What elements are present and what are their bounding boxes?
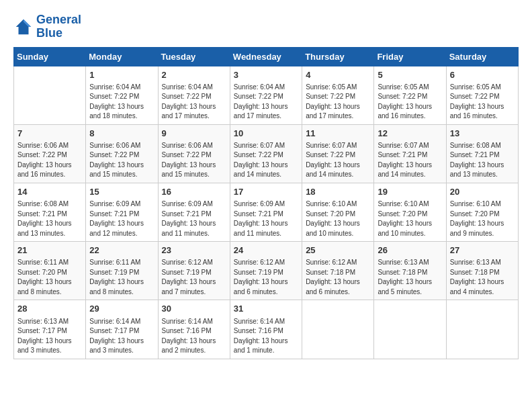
cell-content: Sunrise: 6:06 AMSunset: 7:22 PMDaylight:…: [162, 141, 226, 180]
sunrise-text: Sunrise: 6:13 AM: [378, 258, 442, 268]
daylight-text: Daylight: 13 hours and 16 minutes.: [450, 102, 515, 122]
sunset-text: Sunset: 7:19 PM: [234, 268, 298, 278]
sunset-text: Sunset: 7:17 PM: [89, 326, 154, 336]
cell-content: Sunrise: 6:09 AMSunset: 7:21 PMDaylight:…: [162, 199, 226, 238]
calendar-cell: 24Sunrise: 6:12 AMSunset: 7:19 PMDayligh…: [230, 242, 302, 300]
daylight-text: Daylight: 13 hours and 11 minutes.: [234, 219, 298, 238]
day-number: 14: [17, 186, 82, 198]
calendar-cell: [446, 300, 518, 359]
sunset-text: Sunset: 7:20 PM: [306, 210, 370, 220]
sunset-text: Sunset: 7:16 PM: [234, 326, 298, 336]
calendar-cell: 18Sunrise: 6:10 AMSunset: 7:20 PMDayligh…: [302, 183, 374, 241]
daylight-text: Daylight: 13 hours and 13 minutes.: [17, 219, 82, 238]
calendar-cell: 12Sunrise: 6:07 AMSunset: 7:21 PMDayligh…: [374, 124, 446, 183]
calendar-week-5: 28Sunrise: 6:13 AMSunset: 7:17 PMDayligh…: [14, 300, 519, 359]
day-number: 30: [162, 303, 226, 315]
cell-content: Sunrise: 6:06 AMSunset: 7:22 PMDaylight:…: [89, 141, 154, 180]
daylight-text: Daylight: 13 hours and 9 minutes.: [450, 219, 515, 238]
sunrise-text: Sunrise: 6:09 AM: [89, 199, 154, 210]
sunset-text: Sunset: 7:21 PM: [162, 210, 226, 220]
daylight-text: Daylight: 13 hours and 6 minutes.: [234, 277, 298, 297]
sunset-text: Sunset: 7:22 PM: [17, 150, 82, 161]
calendar-cell: 20Sunrise: 6:10 AMSunset: 7:20 PMDayligh…: [446, 183, 518, 241]
sunset-text: Sunset: 7:22 PM: [162, 150, 226, 161]
sunset-text: Sunset: 7:20 PM: [17, 268, 82, 278]
day-number: 19: [378, 186, 442, 198]
daylight-text: Daylight: 13 hours and 4 minutes.: [450, 277, 515, 297]
cell-content: Sunrise: 6:14 AMSunset: 7:17 PMDaylight:…: [89, 317, 154, 356]
cell-content: Sunrise: 6:04 AMSunset: 7:22 PMDaylight:…: [234, 83, 298, 122]
day-number: 11: [306, 128, 370, 140]
day-number: 6: [450, 69, 515, 81]
day-number: 9: [162, 128, 226, 140]
calendar-cell: 28Sunrise: 6:13 AMSunset: 7:17 PMDayligh…: [14, 300, 86, 359]
daylight-text: Daylight: 13 hours and 6 minutes.: [306, 277, 370, 297]
cell-content: Sunrise: 6:11 AMSunset: 7:20 PMDaylight:…: [17, 258, 82, 297]
day-number: 24: [234, 244, 298, 257]
calendar-cell: 30Sunrise: 6:14 AMSunset: 7:16 PMDayligh…: [158, 300, 230, 359]
day-number: 23: [162, 244, 226, 257]
daylight-text: Daylight: 13 hours and 8 minutes.: [89, 277, 154, 297]
day-number: 28: [17, 303, 82, 315]
day-number: 8: [89, 128, 154, 140]
cell-content: Sunrise: 6:09 AMSunset: 7:21 PMDaylight:…: [89, 199, 154, 238]
day-number: 13: [450, 128, 515, 140]
daylight-text: Daylight: 13 hours and 8 minutes.: [17, 277, 82, 297]
daylight-text: Daylight: 13 hours and 12 minutes.: [89, 219, 154, 238]
day-number: 17: [234, 186, 298, 198]
logo: General Blue: [13, 13, 81, 40]
calendar-cell: 19Sunrise: 6:10 AMSunset: 7:20 PMDayligh…: [374, 183, 446, 241]
sunrise-text: Sunrise: 6:09 AM: [162, 199, 226, 210]
daylight-text: Daylight: 13 hours and 13 minutes.: [450, 161, 515, 180]
daylight-text: Daylight: 13 hours and 1 minute.: [234, 336, 298, 356]
sunset-text: Sunset: 7:22 PM: [234, 92, 298, 102]
sunrise-text: Sunrise: 6:12 AM: [306, 258, 370, 268]
sunrise-text: Sunrise: 6:10 AM: [450, 199, 515, 210]
day-number: 7: [17, 128, 82, 140]
calendar-cell: 16Sunrise: 6:09 AMSunset: 7:21 PMDayligh…: [158, 183, 230, 241]
sunrise-text: Sunrise: 6:14 AM: [89, 317, 154, 327]
daylight-text: Daylight: 13 hours and 15 minutes.: [162, 161, 226, 180]
sunrise-text: Sunrise: 6:04 AM: [89, 83, 154, 93]
column-header-saturday: Saturday: [446, 47, 518, 66]
column-header-friday: Friday: [374, 47, 446, 66]
calendar-cell: [302, 300, 374, 359]
day-number: 4: [306, 69, 370, 81]
sunset-text: Sunset: 7:22 PM: [306, 92, 370, 102]
calendar-cell: 22Sunrise: 6:11 AMSunset: 7:19 PMDayligh…: [86, 242, 158, 300]
day-number: 22: [89, 244, 154, 257]
logo-text: General Blue: [36, 13, 81, 40]
daylight-text: Daylight: 13 hours and 17 minutes.: [234, 102, 298, 122]
logo-icon: [13, 17, 34, 37]
daylight-text: Daylight: 13 hours and 16 minutes.: [378, 102, 442, 122]
day-number: 1: [89, 69, 154, 81]
column-header-wednesday: Wednesday: [230, 47, 302, 66]
cell-content: Sunrise: 6:04 AMSunset: 7:22 PMDaylight:…: [162, 83, 226, 122]
calendar-cell: 25Sunrise: 6:12 AMSunset: 7:18 PMDayligh…: [302, 242, 374, 300]
day-number: 21: [17, 244, 82, 257]
calendar-cell: [14, 66, 86, 124]
calendar-cell: 1Sunrise: 6:04 AMSunset: 7:22 PMDaylight…: [86, 66, 158, 124]
sunset-text: Sunset: 7:19 PM: [89, 268, 154, 278]
daylight-text: Daylight: 13 hours and 3 minutes.: [89, 336, 154, 356]
sunset-text: Sunset: 7:18 PM: [378, 268, 442, 278]
day-number: 15: [89, 186, 154, 198]
sunrise-text: Sunrise: 6:07 AM: [306, 141, 370, 151]
sunrise-text: Sunrise: 6:14 AM: [162, 317, 226, 327]
daylight-text: Daylight: 13 hours and 17 minutes.: [306, 102, 370, 122]
cell-content: Sunrise: 6:10 AMSunset: 7:20 PMDaylight:…: [378, 199, 442, 238]
cell-content: Sunrise: 6:14 AMSunset: 7:16 PMDaylight:…: [234, 317, 298, 356]
sunrise-text: Sunrise: 6:06 AM: [17, 141, 82, 151]
sunset-text: Sunset: 7:22 PM: [306, 150, 370, 161]
day-number: 25: [306, 244, 370, 257]
calendar-cell: 31Sunrise: 6:14 AMSunset: 7:16 PMDayligh…: [230, 300, 302, 359]
day-number: 3: [234, 69, 298, 81]
sunrise-text: Sunrise: 6:07 AM: [234, 141, 298, 151]
calendar-cell: 9Sunrise: 6:06 AMSunset: 7:22 PMDaylight…: [158, 124, 230, 183]
calendar-cell: 8Sunrise: 6:06 AMSunset: 7:22 PMDaylight…: [86, 124, 158, 183]
cell-content: Sunrise: 6:08 AMSunset: 7:21 PMDaylight:…: [450, 141, 515, 180]
daylight-text: Daylight: 13 hours and 3 minutes.: [17, 336, 82, 356]
sunset-text: Sunset: 7:21 PM: [234, 210, 298, 220]
daylight-text: Daylight: 13 hours and 11 minutes.: [162, 219, 226, 238]
day-number: 12: [378, 128, 442, 140]
